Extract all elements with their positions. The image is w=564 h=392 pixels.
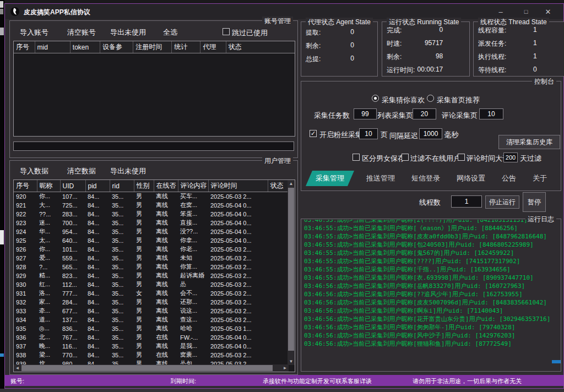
log-scrollbar-thumb[interactable] (552, 360, 561, 363)
import-accounts-button[interactable]: 导入账号 (20, 28, 48, 37)
clear-data-button[interactable]: 清空数据 (67, 166, 96, 176)
column-header[interactable]: 状态 (268, 180, 288, 192)
table-row[interactable]: 930红...112...84...35...男离线怂2025-05-03 2.… (14, 280, 288, 289)
tab-item[interactable]: 关于 (528, 171, 551, 186)
collect-task-count-input[interactable] (354, 108, 377, 119)
column-header[interactable]: 统计 (172, 41, 200, 53)
table-row[interactable]: 936北...767...84...35...男在线FW.-...2025-05… (14, 333, 288, 342)
pause-button[interactable]: 暂停 (523, 192, 546, 212)
state-value: 0 (350, 41, 354, 51)
tab-item[interactable]: 公告 (497, 171, 520, 186)
column-header[interactable]: 昵称 (37, 180, 60, 192)
scroll-left-icon[interactable]: ◄ (14, 364, 21, 372)
run-log-group: 运行日志 03:46:55:成功>当前已采集到用户昵称[2(!!!!)]用户ui… (301, 219, 561, 372)
interval-delay-input[interactable] (419, 128, 442, 139)
scroll-up-icon[interactable]: ▲ (288, 180, 295, 187)
table-cell: ?... (37, 263, 60, 271)
table-cell: 933 (14, 307, 37, 315)
account-status-field[interactable] (13, 141, 294, 151)
column-header[interactable]: 评论时间 (208, 180, 268, 192)
thread-count-input[interactable] (451, 195, 482, 208)
table-cell: 怂 (178, 280, 208, 289)
radio-collect-home-recommend[interactable] (427, 95, 434, 102)
fan-collect-pages-input[interactable] (359, 128, 378, 139)
list-collect-pages-input[interactable] (413, 108, 436, 119)
table-cell: 爱... (37, 254, 60, 263)
fan-collect-checkbox[interactable] (310, 130, 317, 137)
user-table-hscrollbar[interactable]: ◄ ► (14, 364, 289, 372)
table-row[interactable]: 920你...107...84...35...男离线买车...2025-05-0… (14, 192, 288, 201)
table-row[interactable]: 925太...640...84...35...男离线你拿...2025-05-0… (14, 236, 288, 245)
table-cell: 927 (14, 254, 37, 263)
column-header[interactable]: 序号 (14, 180, 37, 192)
tab-item[interactable]: 网络设置 (452, 171, 490, 186)
skip-used-checkbox[interactable] (223, 28, 230, 35)
table-cell: 84... (85, 192, 110, 201)
log-line: 03:46:56:成功>当前已采集到用户昵称[皮友5007096d]用户uid:… (304, 298, 555, 307)
export-unused-data-button[interactable]: 导出未使用 (110, 166, 146, 176)
column-header[interactable]: 性别 (134, 180, 154, 192)
table-cell: 700... (60, 219, 85, 227)
clear-accounts-button[interactable]: 清空账号 (67, 28, 96, 37)
comment-collect-pages-input[interactable] (479, 108, 503, 119)
column-header[interactable]: 注册时间 (133, 41, 172, 53)
table-row[interactable]: 929精...823...84...35...男离线起诉离婚2025-05-03… (14, 271, 288, 280)
log-line: 03:46:55:成功>当前已采集到用户昵称[衣.693998]用户uid: [… (304, 274, 555, 282)
tab-item[interactable]: 推送管理 (362, 171, 399, 186)
table-row[interactable]: 924华...954...84...35...男离线没??...2025-05-… (14, 227, 288, 236)
state-value: 0 (533, 66, 537, 75)
close-icon[interactable]: ✕ (535, 4, 561, 19)
table-row[interactable]: 923迷...700...84...35...男离线直接...2025-05-0… (14, 219, 288, 227)
table-row[interactable]: 931洛...777...84...35...女离线会不...2025-05-0… (14, 289, 288, 298)
column-header[interactable]: 设备参 (100, 41, 133, 53)
column-header[interactable]: token (70, 41, 100, 53)
split-gender-checkbox[interactable] (352, 154, 360, 161)
console-group: 控制台 采集猜你喜欢 采集首页推荐 采集任务数 列表采集页 评论采集页 开启粉丝… (301, 81, 561, 191)
stop-run-button[interactable]: 停止运行 (485, 195, 519, 209)
filter-offline-checkbox[interactable] (402, 154, 409, 161)
tab-item[interactable]: 短信登录 (407, 171, 444, 186)
comment-time-filter-checkbox[interactable] (458, 154, 465, 161)
column-header[interactable]: UID (60, 180, 85, 192)
comment-time-days-input[interactable] (503, 153, 518, 162)
state-row: 执行线程:1 (478, 52, 560, 62)
table-row[interactable]: 933牵...677...84...35...男离线说这...2025-05-0… (14, 307, 288, 315)
table-row[interactable]: 927爱...559...84...35...男离线未知2025-05-03 2… (14, 254, 288, 263)
table-row[interactable]: 922??...283...84...35...男离线笨蛋...2025-05-… (14, 210, 288, 219)
table-row[interactable]: 938梁...770...84...35...男在线窝囊...2025-05-0… (14, 351, 288, 360)
scroll-right-icon[interactable]: ► (281, 364, 289, 372)
table-cell: 2025-05-04 0... (208, 342, 268, 351)
table-row[interactable]: 932家...284...84...35...男离线还那...2025-05-0… (14, 298, 288, 307)
tab-active[interactable]: 采集管理 (306, 171, 354, 186)
group-label-thread-state: 线程状态 Thread State (478, 18, 549, 27)
export-unused-accounts-button[interactable]: 导出未使用 (110, 28, 146, 37)
column-header[interactable]: 序号 (14, 41, 35, 53)
table-cell: 35... (110, 263, 134, 271)
clear-collect-history-button[interactable]: 清理采集历史库 (498, 135, 560, 149)
column-header[interactable]: 状态 (226, 41, 295, 53)
table-row[interactable]: 937晚...116...84...35...男离线是我...2025-05-0… (14, 342, 288, 351)
table-cell: 823... (60, 271, 85, 280)
user-table-vscrollbar[interactable]: ▲ ▼ (288, 180, 295, 365)
table-row[interactable]: 921大...725...84...35...男离线在窝...2025-05-0… (14, 201, 288, 210)
column-header[interactable]: 在线否 (154, 180, 178, 192)
table-row[interactable]: 935◎...836...84...35...男离线哈哈2025-05-03 1… (14, 324, 288, 333)
table-cell: 2025-05-03 2... (208, 298, 268, 307)
table-row[interactable]: 928?...565...84...35...男离线你算...2025-05-0… (14, 263, 288, 271)
column-header[interactable]: mid (35, 41, 70, 53)
minimize-icon[interactable]: – (489, 4, 513, 19)
table-row[interactable]: 934道...137...84...35...男离线查这...2025-05-0… (14, 315, 288, 324)
radio-collect-guess-you-like[interactable] (372, 95, 379, 102)
maximize-icon[interactable]: □ (514, 4, 538, 19)
hscrollbar-thumb[interactable] (21, 365, 273, 371)
column-header[interactable]: 代理 (200, 41, 226, 53)
column-header[interactable]: rid (110, 180, 134, 192)
table-row[interactable]: 926你...101...84...35...男离线你老...2025-05-0… (14, 245, 288, 254)
vscrollbar-thumb[interactable] (288, 188, 294, 351)
column-header[interactable]: pid (85, 180, 110, 192)
log-output[interactable]: 03:46:55:成功>当前已采集到用户昵称[2(!!!!)]用户uid: [8… (304, 220, 555, 369)
column-header[interactable]: 评论内容 (178, 180, 208, 192)
select-all-button[interactable]: 全选 (163, 28, 177, 37)
import-data-button[interactable]: 导入数据 (20, 166, 48, 176)
table-cell: 离线 (154, 280, 178, 289)
